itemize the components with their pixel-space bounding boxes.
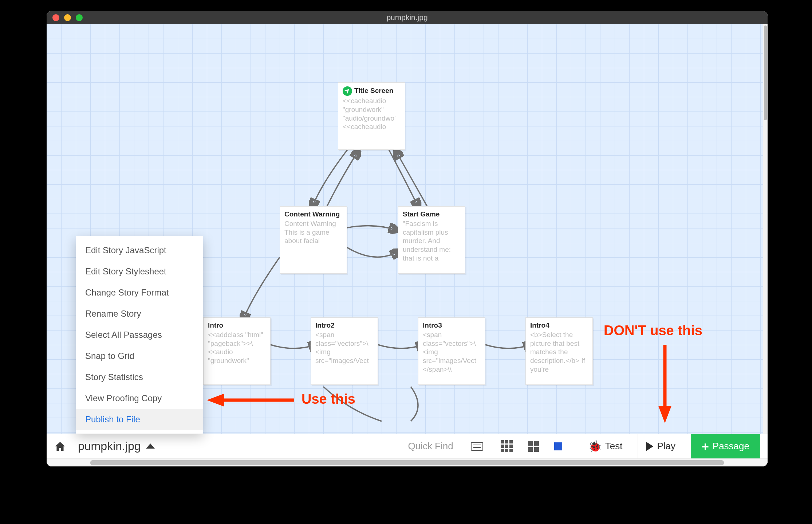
scrollbar-thumb[interactable]: [764, 26, 767, 120]
horizontal-scrollbar[interactable]: [47, 458, 768, 466]
svg-marker-3: [658, 406, 671, 423]
menu-story-statistics[interactable]: Story Statistics: [76, 367, 203, 388]
menu-edit-story-javascript[interactable]: Edit Story JavaScript: [76, 240, 203, 261]
start-passage-icon: [343, 86, 352, 96]
caret-up-icon: [146, 443, 155, 449]
vertical-scrollbar[interactable]: [763, 24, 768, 434]
passage-title: Intro4: [530, 321, 588, 330]
passage-content-warning[interactable]: Content Warning Content Warning This is …: [280, 206, 347, 274]
menu-rename-story[interactable]: Rename Story: [76, 303, 203, 324]
home-icon[interactable]: [54, 441, 66, 452]
passage-preview: "Fascism is capitalism plus murder. And …: [403, 219, 461, 263]
zoom-large-icon[interactable]: [554, 442, 562, 450]
keyboard-icon[interactable]: [471, 442, 483, 451]
menu-snap-to-grid[interactable]: Snap to Grid: [76, 345, 203, 367]
content-area: Title Screen <<cacheaudio "groundwork" "…: [47, 24, 768, 466]
quick-find-input[interactable]: Quick Find: [408, 441, 453, 452]
passage-preview: <span class="vectors">\ <img src="images…: [315, 331, 373, 365]
passage-title: Content Warning: [284, 210, 342, 219]
passage-intro3[interactable]: Intro3 <span class="vectors">\ <img src=…: [418, 317, 485, 385]
story-name-label: pumpkin.jpg: [78, 439, 141, 453]
passage-preview: <<addclass "html" "pageback">>\ <<audio …: [208, 331, 266, 365]
annotation-arrow-dont-use-this: [654, 341, 676, 425]
test-button-label: Test: [605, 441, 623, 452]
menu-view-proofing-copy[interactable]: View Proofing Copy: [76, 388, 203, 409]
menu-change-story-format[interactable]: Change Story Format: [76, 282, 203, 303]
passage-title: Title Screen: [343, 86, 401, 96]
story-name-button[interactable]: pumpkin.jpg: [78, 439, 155, 453]
zoom-small-icon[interactable]: [501, 440, 513, 452]
passage-intro4[interactable]: Intro4 <b>Select the picture that best m…: [525, 317, 593, 385]
passage-preview: <<cacheaudio "groundwork" "audio/groundw…: [343, 97, 401, 131]
play-button-label: Play: [657, 441, 675, 452]
passage-preview: <b>Select the picture that best matches …: [530, 331, 588, 374]
passage-title: Intro2: [315, 321, 373, 330]
passage-start-game[interactable]: Start Game "Fascism is capitalism plus m…: [398, 206, 465, 274]
scrollbar-thumb[interactable]: [90, 460, 724, 465]
passage-preview: <span class="vectors">\ <img src="images…: [423, 331, 481, 374]
minimize-window-button[interactable]: [64, 14, 71, 21]
plus-icon: +: [702, 440, 709, 453]
add-passage-button[interactable]: + Passage: [691, 434, 760, 459]
close-window-button[interactable]: [52, 14, 59, 21]
zoom-medium-icon[interactable]: [528, 441, 539, 452]
bottom-toolbar: pumpkin.jpg Quick Find 🐞: [47, 434, 768, 458]
menu-edit-story-stylesheet[interactable]: Edit Story Stylesheet: [76, 261, 203, 282]
passage-title: Intro3: [423, 321, 481, 330]
passage-preview: Content Warning This is a game about fac…: [284, 219, 342, 245]
passage-title-screen[interactable]: Title Screen <<cacheaudio "groundwork" "…: [338, 82, 405, 150]
app-window: pumpkin.jpg: [47, 11, 768, 466]
story-menu: Edit Story JavaScript Edit Story Stylesh…: [76, 236, 203, 434]
zoom-window-button[interactable]: [76, 14, 83, 21]
menu-select-all-passages[interactable]: Select All Passages: [76, 324, 203, 345]
svg-marker-1: [207, 394, 224, 407]
play-icon: [646, 442, 653, 451]
passage-title: Intro: [208, 321, 266, 330]
test-button[interactable]: 🐞 Test: [580, 434, 631, 459]
passage-intro2[interactable]: Intro2 <span class="vectors">\ <img src=…: [311, 317, 378, 385]
passage-title: Start Game: [403, 210, 461, 219]
annotation-arrow-use-this: [207, 389, 298, 411]
play-button[interactable]: Play: [638, 434, 683, 459]
menu-publish-to-file[interactable]: Publish to File: [76, 409, 203, 430]
passage-intro[interactable]: Intro <<addclass "html" "pageback">>\ <<…: [203, 317, 271, 385]
bug-icon: 🐞: [588, 440, 602, 453]
window-title: pumpkin.jpg: [47, 13, 768, 22]
zoom-controls: [501, 440, 562, 452]
traffic-lights: [52, 14, 83, 21]
add-passage-label: Passage: [713, 441, 749, 452]
titlebar: pumpkin.jpg: [47, 11, 768, 24]
